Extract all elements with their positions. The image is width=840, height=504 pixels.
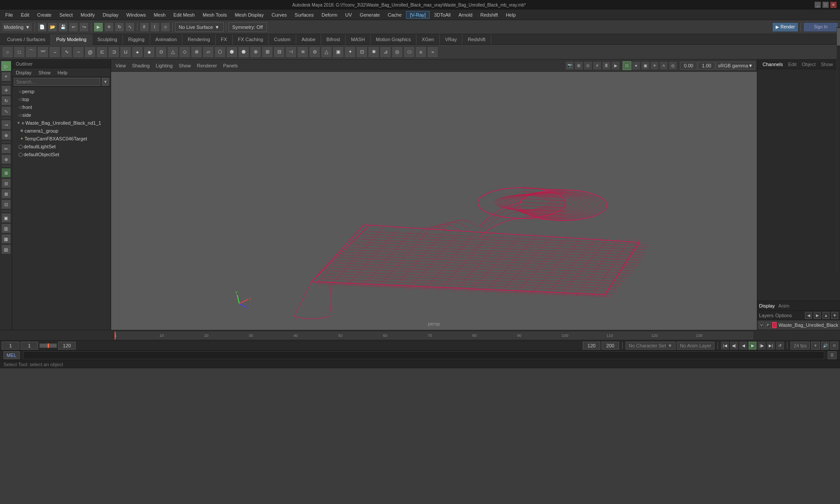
move-btn[interactable]: ✛ — [1, 85, 11, 95]
no-character-set-btn[interactable]: No Character Set ▼ — [626, 342, 676, 350]
show-manip-btn[interactable]: ⊕ — [1, 130, 11, 140]
start-frame-field[interactable]: 1 — [2, 342, 19, 350]
display-layer2[interactable]: ⊟ — [1, 178, 11, 188]
tab-custom[interactable]: Custom — [269, 34, 296, 45]
outliner-item-camera1[interactable]: ✱ camera1_group — [12, 127, 111, 135]
vp-snap-btn[interactable]: ⊙ — [584, 61, 592, 70]
vp-playblast-btn[interactable]: ▶ — [611, 61, 620, 70]
outliner-item-defaultobjectset[interactable]: ◯ defaultObjectSet — [12, 150, 111, 158]
shelf-wave[interactable]: ∿ — [61, 46, 72, 58]
tab-poly-modeling[interactable]: Poly Modeling — [51, 34, 92, 45]
tab-adobe[interactable]: Adobe — [296, 34, 321, 45]
vp-layout-btn[interactable]: ⊞ — [574, 61, 583, 70]
shelf-box[interactable]: ■ — [144, 46, 155, 58]
cb-tab-object[interactable]: Object — [800, 62, 817, 67]
vp-menu-view[interactable]: View — [113, 62, 129, 69]
tab-motion-graphics[interactable]: Motion Graphics — [371, 34, 416, 45]
shelf-sphere[interactable]: ● — [132, 46, 143, 58]
vp-dof-btn[interactable]: ◎ — [668, 61, 677, 70]
shelf-paint[interactable]: ⬭ — [403, 46, 415, 58]
tab-fx-caching[interactable]: FX Caching — [233, 34, 269, 45]
shelf-crease[interactable]: ≡ — [415, 46, 427, 58]
shelf-bridge[interactable]: ⬣ — [238, 46, 249, 58]
settings-btn[interactable]: ⚙ — [830, 342, 838, 350]
rotate-tool[interactable]: ↻ — [115, 22, 124, 32]
workspace-dropdown[interactable]: Modeling ▼ — [2, 22, 32, 32]
snap-curve[interactable]: ⌇ — [150, 22, 160, 32]
vp-menu-renderer[interactable]: Renderer — [194, 62, 220, 69]
no-live-surface-btn[interactable]: No Live Surface ▼ — [175, 22, 224, 32]
sign-in-btn[interactable]: Sign In — [803, 22, 838, 32]
layer-playback-btn[interactable]: P — [766, 322, 770, 328]
render-view2[interactable]: ▥ — [1, 224, 11, 233]
vp-shaded-btn[interactable]: ● — [632, 61, 640, 70]
shelf-bend[interactable]: ⌣ — [49, 46, 60, 58]
step-forward-btn[interactable]: |▶ — [758, 342, 766, 350]
command-field[interactable] — [23, 351, 824, 359]
tab-bifrost[interactable]: Bifrost — [321, 34, 346, 45]
vp-menu-lighting[interactable]: Lighting — [153, 62, 175, 69]
shelf-quad[interactable]: ▣ — [332, 46, 344, 58]
outliner-item-persp[interactable]: ◁ persp — [12, 88, 111, 95]
shelf-spiral[interactable]: @ — [84, 46, 96, 58]
select-tool[interactable]: ▶ — [94, 22, 103, 32]
shelf-mirror[interactable]: ⊣ — [285, 46, 297, 58]
minimize-button[interactable]: _ — [815, 2, 821, 8]
menu-windows[interactable]: Windows — [123, 11, 150, 18]
render-btn[interactable]: ▶ Render — [772, 22, 798, 32]
outliner-item-front[interactable]: ◁ front — [12, 103, 111, 111]
vp-light-btn[interactable]: ☀ — [650, 61, 659, 70]
shelf-type1[interactable]: ⊏ — [96, 46, 108, 58]
symmetry-btn[interactable]: Symmetry: Off — [228, 22, 267, 32]
outliner-scroll-thumb[interactable] — [837, 28, 840, 46]
outliner-item-tempcam[interactable]: ✦ TempCamFBXASC046Target — [12, 135, 111, 143]
tab-rendering[interactable]: Rendering — [182, 34, 216, 45]
frame-slider-thumb[interactable] — [48, 343, 49, 348]
outliner-item-side[interactable]: ◁ side — [12, 111, 111, 119]
layer-nav-up[interactable]: ▲ — [822, 312, 830, 319]
shelf-circularize[interactable]: ◎ — [392, 46, 403, 58]
menu-mesh[interactable]: Mesh — [150, 11, 169, 18]
go-end-btn[interactable]: ▶| — [767, 342, 775, 350]
shelf-cylinder[interactable]: ⊙ — [155, 46, 167, 58]
shelf-type3[interactable]: ⊔ — [120, 46, 131, 58]
menu-surfaces[interactable]: Surfaces — [291, 11, 317, 18]
tab-mash[interactable]: MASH — [346, 34, 371, 45]
vp-hud-btn[interactable]: ≣ — [602, 61, 611, 70]
tab-curves-surfaces[interactable]: Curves / Surfaces — [2, 34, 51, 45]
shelf-plane[interactable]: ▱ — [203, 46, 214, 58]
render-view1[interactable]: ▣ — [1, 213, 11, 223]
outliner-item-top[interactable]: ◁ top — [12, 95, 111, 103]
outliner-item-defaultlightset[interactable]: ◯ defaultLightSet — [12, 143, 111, 150]
cluster-btn[interactable]: ⊛ — [1, 154, 11, 164]
menu-vray[interactable]: [V-Ray] — [406, 11, 430, 19]
menu-cache[interactable]: Cache — [384, 11, 405, 18]
outliner-show-menu[interactable]: Show — [35, 69, 54, 76]
shelf-curve1[interactable]: ⌒ — [25, 46, 37, 58]
shelf-bevel[interactable]: ⬢ — [226, 46, 238, 58]
menu-mesh-display[interactable]: Mesh Display — [231, 11, 267, 18]
shelf-arc[interactable]: ⌢ — [73, 46, 84, 58]
outliner-help-menu[interactable]: Help — [54, 69, 71, 76]
mute-btn[interactable]: 🔊 — [821, 342, 829, 350]
undo-button[interactable]: ↩ — [69, 22, 78, 32]
shelf-cube[interactable]: □ — [14, 46, 25, 58]
menu-file[interactable]: File — [2, 11, 17, 18]
shelf-triangulate[interactable]: △ — [321, 46, 332, 58]
vp-texture-btn[interactable]: ▣ — [641, 61, 650, 70]
vp-aa-btn[interactable]: A — [659, 61, 668, 70]
render-view4[interactable]: ▧ — [1, 245, 11, 254]
menu-create[interactable]: Create — [34, 11, 55, 18]
timeline-track[interactable]: 1 10 20 30 40 50 60 70 80 90 100 110 120… — [115, 332, 753, 340]
rotate-btn[interactable]: ↻ — [1, 96, 11, 105]
play-forward-btn[interactable]: ▶ — [749, 342, 756, 350]
vp-menu-shading[interactable]: Shading — [130, 62, 152, 69]
tab-rigging[interactable]: Rigging — [123, 34, 150, 45]
open-button[interactable]: 📂 — [48, 22, 57, 32]
fps-display[interactable]: 24 fps — [791, 342, 810, 350]
tab-animation[interactable]: Animation — [150, 34, 182, 45]
menu-redshift[interactable]: Redshift — [477, 11, 501, 18]
shelf-edge-flow[interactable]: ≈ — [427, 46, 438, 58]
outliner-scrollbar[interactable] — [836, 27, 840, 270]
shelf-separate[interactable]: ⊟ — [273, 46, 285, 58]
